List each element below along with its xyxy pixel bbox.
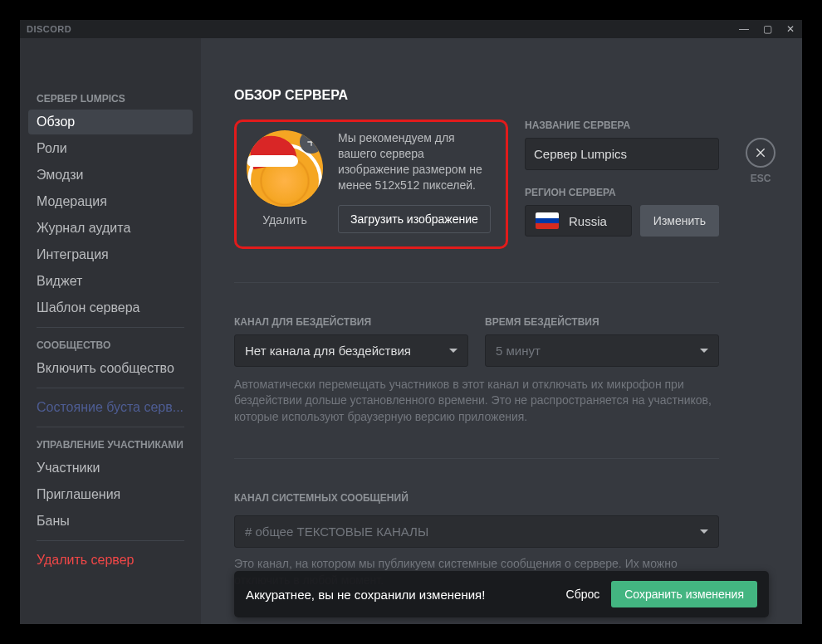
section-divider: [234, 458, 719, 459]
minimize-icon[interactable]: —: [739, 23, 749, 35]
close-label: ESC: [751, 173, 771, 184]
sidebar-divider: [37, 388, 184, 388]
afk-timeout-label: ВРЕМЯ БЕЗДЕЙСТВИЯ: [485, 316, 719, 328]
sidebar-item-emoji[interactable]: Эмодзи: [28, 163, 193, 188]
afk-timeout-value: 5 минут: [496, 344, 541, 358]
close-settings: ESC: [746, 138, 776, 184]
sidebar-item-integration[interactable]: Интеграция: [28, 242, 193, 267]
sidebar-item-enable-community[interactable]: Включить сообщество: [28, 356, 193, 381]
sidebar-item-overview[interactable]: Обзор: [28, 110, 193, 134]
afk-help-text: Автоматически перемещать участников в эт…: [234, 377, 719, 426]
unsaved-toast: Аккуратнее, вы не сохранили изменения! С…: [234, 571, 769, 617]
sys-channel-value: # общее ТЕКСТОВЫЕ КАНАЛЫ: [245, 524, 428, 539]
russia-flag-icon: [536, 212, 559, 229]
sidebar-item-bans[interactable]: Баны: [28, 509, 193, 534]
sidebar-header-members: УПРАВЛЕНИЕ УЧАСТНИКАМИ: [28, 434, 193, 456]
sidebar-item-audit[interactable]: Журнал аудита: [28, 216, 193, 241]
region-value: Russia: [569, 214, 607, 228]
app-title: DISCORD: [27, 24, 71, 34]
chevron-down-icon: [449, 349, 457, 353]
sidebar-item-invites[interactable]: Приглашения: [28, 482, 193, 507]
server-image-section: Удалить Мы рекомендуем для вашего сервер…: [234, 120, 508, 249]
afk-timeout-select[interactable]: 5 минут: [485, 334, 719, 367]
sidebar-item-members[interactable]: Участники: [28, 456, 193, 481]
sys-channel-select[interactable]: # общее ТЕКСТОВЫЕ КАНАЛЫ: [234, 515, 719, 548]
close-button[interactable]: [746, 138, 776, 168]
chevron-down-icon: [700, 349, 708, 353]
maximize-icon[interactable]: ▢: [762, 23, 772, 35]
sidebar: СЕРВЕР LUMPICS Обзор Роли Эмодзи Модерац…: [20, 38, 201, 624]
recommend-text: Мы рекомендуем для вашего сервера изобра…: [338, 130, 496, 193]
upload-badge-icon[interactable]: [300, 130, 323, 154]
window-controls: — ▢ ✕: [739, 23, 795, 35]
server-avatar[interactable]: [247, 130, 323, 207]
section-divider: [234, 282, 719, 283]
delete-avatar-link[interactable]: Удалить: [262, 213, 306, 227]
server-name-input[interactable]: [525, 138, 719, 170]
afk-channel-value: Нет канала для бездействия: [245, 344, 411, 358]
upload-image-button[interactable]: Загрузить изображение: [338, 205, 491, 233]
region-display: Russia: [525, 205, 632, 237]
sidebar-item-delete-server[interactable]: Удалить сервер: [28, 548, 193, 573]
sidebar-divider: [37, 327, 184, 328]
save-changes-button[interactable]: Сохранить изменения: [611, 581, 757, 607]
sidebar-item-template[interactable]: Шаблон сервера: [28, 295, 193, 320]
sys-channel-label: КАНАЛ СИСТЕМНЫХ СООБЩЕНИЙ: [234, 492, 719, 504]
titlebar: DISCORD — ▢ ✕: [20, 20, 802, 38]
chevron-down-icon: [700, 529, 708, 534]
afk-channel-label: КАНАЛ ДЛЯ БЕЗДЕЙСТВИЯ: [234, 316, 468, 328]
santa-hat-icon: [247, 130, 303, 168]
sidebar-header-server: СЕРВЕР LUMPICS: [28, 88, 193, 110]
reset-button[interactable]: Сброс: [566, 588, 600, 601]
sidebar-item-widget[interactable]: Виджет: [28, 269, 193, 294]
sidebar-divider: [37, 427, 184, 427]
server-name-label: НАЗВАНИЕ СЕРВЕРА: [525, 120, 719, 131]
afk-channel-select[interactable]: Нет канала для бездействия: [234, 334, 468, 367]
app-window: DISCORD — ▢ ✕ СЕРВЕР LUMPICS Обзор Роли …: [20, 20, 802, 624]
page-title: ОБЗОР СЕРВЕРА: [234, 88, 719, 103]
sidebar-item-roles[interactable]: Роли: [28, 136, 193, 161]
sidebar-item-boost[interactable]: Состояние буста серв...: [28, 395, 193, 420]
sidebar-divider: [37, 540, 184, 541]
close-icon[interactable]: ✕: [785, 23, 795, 35]
sidebar-item-moderation[interactable]: Модерация: [28, 189, 193, 214]
region-label: РЕГИОН СЕРВЕРА: [525, 187, 719, 198]
x-icon: [754, 146, 767, 159]
content-area: ESC ОБЗОР СЕРВЕРА: [201, 38, 802, 624]
sidebar-header-community: СООБЩЕСТВО: [28, 334, 193, 356]
toast-message: Аккуратнее, вы не сохранили изменения!: [246, 588, 485, 602]
change-region-button[interactable]: Изменить: [640, 205, 719, 237]
